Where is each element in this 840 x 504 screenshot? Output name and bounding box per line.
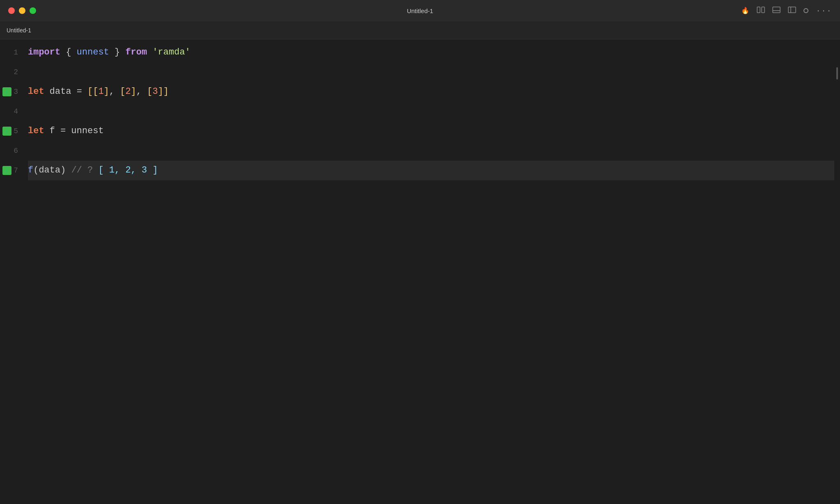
- svg-rect-2: [773, 7, 780, 13]
- token-from: from: [126, 48, 147, 57]
- scrollbar-thumb[interactable]: [836, 67, 838, 79]
- token-data-arg: data: [39, 166, 60, 175]
- token-bracket-close1: ]: [104, 87, 109, 96]
- svg-rect-0: [757, 7, 760, 13]
- token-bracket-close3: ]]: [158, 87, 169, 96]
- token-paren-open: (: [33, 166, 39, 175]
- run-indicator-3[interactable]: [2, 87, 11, 96]
- token-unnest: unnest: [77, 48, 109, 57]
- token-comment-q: ?: [82, 166, 93, 175]
- token-space-3: [66, 166, 71, 175]
- flame-icon[interactable]: 🔥: [741, 7, 749, 15]
- token-result: [ 1, 2, 3 ]: [93, 166, 158, 175]
- title-bar: Untitled-1 🔥 ···: [0, 0, 840, 21]
- token-equals-2: =: [60, 127, 66, 136]
- token-brace-open: {: [60, 48, 77, 57]
- code-line-5[interactable]: let f = unnest: [28, 121, 834, 141]
- code-content[interactable]: import { unnest } from 'ramda' let data …: [25, 43, 834, 504]
- more-icon[interactable]: ···: [816, 6, 832, 16]
- dot-icon[interactable]: [803, 8, 808, 13]
- file-tab-bar: Untitled-1: [0, 21, 840, 39]
- gutter-row-3: 3: [0, 82, 25, 102]
- toolbar-right: 🔥 ···: [741, 6, 832, 16]
- token-bracket-open3: [: [147, 87, 152, 96]
- code-line-7[interactable]: f ( data ) // ? [ 1, 2, 3 ]: [28, 161, 834, 180]
- minimize-button[interactable]: [19, 7, 25, 14]
- code-line-1[interactable]: import { unnest } from 'ramda': [28, 43, 834, 62]
- token-space: [147, 48, 152, 57]
- window-title: Untitled-1: [407, 7, 433, 14]
- split-view-icon[interactable]: [757, 7, 765, 15]
- token-f-var: f: [44, 127, 61, 136]
- token-comma-2: ,: [136, 87, 147, 96]
- gutter-row-2: 2: [0, 62, 25, 82]
- code-line-4[interactable]: [28, 102, 834, 121]
- line-number-6: 6: [0, 147, 25, 155]
- run-indicator-7[interactable]: [2, 166, 11, 175]
- close-button[interactable]: [8, 7, 15, 14]
- panel-icon[interactable]: [772, 7, 781, 15]
- line-number-2: 2: [0, 68, 25, 76]
- gutter-row-5: 5: [0, 121, 25, 141]
- token-equals-1: =: [77, 87, 82, 96]
- gutter-row-7: 7: [0, 161, 25, 180]
- token-comment-slash: //: [71, 166, 82, 175]
- sidebar-icon[interactable]: [788, 7, 796, 15]
- empty-line-6: [28, 146, 33, 155]
- gutter-row-4: 4: [0, 102, 25, 121]
- token-paren-close: ): [60, 166, 66, 175]
- token-val-1: 1: [98, 87, 104, 96]
- token-bracket-open2: [: [120, 87, 125, 96]
- token-let-1: let: [28, 87, 44, 96]
- token-f-call: f: [28, 166, 33, 175]
- line-number-4: 4: [0, 107, 25, 116]
- token-unnest-var: unnest: [66, 127, 103, 136]
- scrollbar[interactable]: [834, 43, 840, 504]
- token-bracket-open1: [[: [87, 87, 98, 96]
- traffic-lights: [8, 7, 36, 14]
- line-number-1: 1: [0, 48, 25, 57]
- token-val-3: 3: [153, 87, 158, 96]
- fullscreen-button[interactable]: [30, 7, 36, 14]
- code-line-6[interactable]: [28, 141, 834, 161]
- file-tab[interactable]: Untitled-1: [7, 27, 31, 34]
- code-line-2[interactable]: [28, 62, 834, 82]
- line-gutter: 1 2 3 4 5 6 7: [0, 43, 25, 504]
- token-bracket-close2: ]: [131, 87, 136, 96]
- token-comma-1: ,: [109, 87, 120, 96]
- token-data-var: data: [44, 87, 77, 96]
- code-line-3[interactable]: let data = [[ 1 ] , [ 2 ] , [ 3 ]]: [28, 82, 834, 102]
- token-space-2: [82, 87, 87, 96]
- empty-line-2: [28, 68, 33, 77]
- svg-rect-4: [788, 7, 796, 13]
- token-ramda-str: 'ramda': [153, 48, 190, 57]
- editor-area: 1 2 3 4 5 6 7 import: [0, 39, 840, 504]
- gutter-row-1: 1: [0, 43, 25, 62]
- token-val-2: 2: [126, 87, 131, 96]
- token-brace-close: }: [109, 48, 126, 57]
- token-let-2: let: [28, 127, 44, 136]
- svg-rect-1: [762, 7, 765, 13]
- run-indicator-5[interactable]: [2, 127, 11, 136]
- gutter-row-6: 6: [0, 141, 25, 161]
- empty-line-4: [28, 107, 33, 116]
- token-import: import: [28, 48, 60, 57]
